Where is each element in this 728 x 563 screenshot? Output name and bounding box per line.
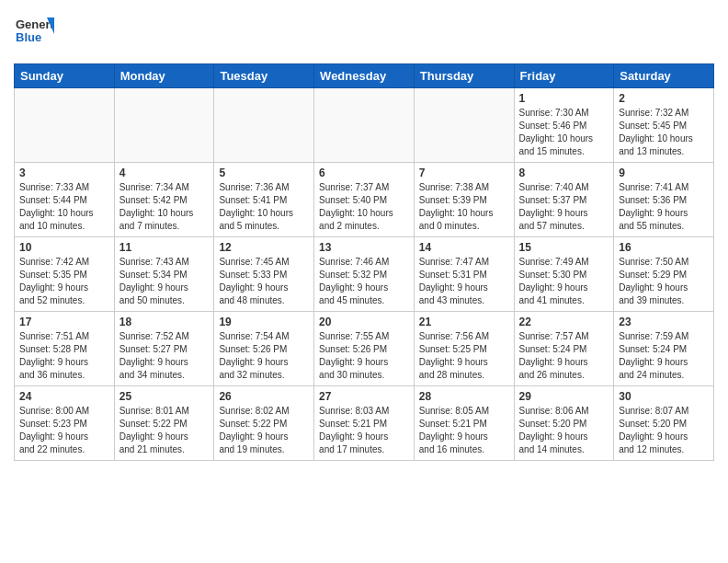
day-number: 13	[319, 241, 409, 254]
day-info: Sunrise: 7:59 AMSunset: 5:24 PMDaylight:…	[619, 330, 709, 382]
calendar-day: 9Sunrise: 7:41 AMSunset: 5:36 PMDaylight…	[614, 163, 714, 237]
svg-text:Blue: Blue	[16, 30, 41, 44]
day-info: Sunrise: 7:37 AMSunset: 5:40 PMDaylight:…	[319, 181, 409, 233]
calendar-week-3: 10Sunrise: 7:42 AMSunset: 5:35 PMDayligh…	[15, 237, 714, 312]
day-info: Sunrise: 7:40 AMSunset: 5:37 PMDaylight:…	[519, 181, 609, 233]
weekday-header-thursday: Thursday	[414, 64, 514, 88]
day-number: 28	[419, 390, 509, 403]
calendar-day: 22Sunrise: 7:57 AMSunset: 5:24 PMDayligh…	[514, 312, 614, 386]
day-number: 22	[519, 316, 609, 328]
calendar-day: 12Sunrise: 7:45 AMSunset: 5:33 PMDayligh…	[214, 237, 314, 312]
calendar-week-1: 1Sunrise: 7:30 AMSunset: 5:46 PMDaylight…	[15, 88, 714, 163]
day-number: 30	[619, 390, 709, 403]
day-info: Sunrise: 7:41 AMSunset: 5:36 PMDaylight:…	[619, 181, 709, 233]
calendar-day	[15, 88, 115, 163]
day-number: 18	[119, 316, 210, 328]
calendar-day	[414, 88, 514, 163]
calendar-day: 21Sunrise: 7:56 AMSunset: 5:25 PMDayligh…	[414, 312, 514, 386]
day-number: 21	[419, 316, 509, 328]
weekday-header-saturday: Saturday	[614, 64, 714, 88]
day-number: 14	[419, 241, 509, 254]
calendar-day: 30Sunrise: 8:07 AMSunset: 5:20 PMDayligh…	[614, 386, 714, 461]
day-info: Sunrise: 7:38 AMSunset: 5:39 PMDaylight:…	[419, 181, 509, 233]
day-number: 27	[319, 390, 409, 403]
day-number: 10	[19, 241, 109, 254]
day-info: Sunrise: 7:55 AMSunset: 5:26 PMDaylight:…	[319, 330, 409, 382]
calendar-day: 7Sunrise: 7:38 AMSunset: 5:39 PMDaylight…	[414, 163, 514, 237]
day-number: 26	[219, 390, 309, 403]
calendar-day: 16Sunrise: 7:50 AMSunset: 5:29 PMDayligh…	[614, 237, 714, 312]
weekday-header-monday: Monday	[114, 64, 214, 88]
weekday-header-sunday: Sunday	[15, 64, 115, 88]
day-number: 15	[519, 241, 609, 254]
day-number: 16	[619, 241, 709, 254]
calendar-day: 13Sunrise: 7:46 AMSunset: 5:32 PMDayligh…	[314, 237, 415, 312]
header: General Blue	[14, 9, 714, 54]
calendar-week-2: 3Sunrise: 7:33 AMSunset: 5:44 PMDaylight…	[15, 163, 714, 237]
calendar-day: 3Sunrise: 7:33 AMSunset: 5:44 PMDaylight…	[15, 163, 115, 237]
day-info: Sunrise: 7:42 AMSunset: 5:35 PMDaylight:…	[19, 256, 109, 307]
day-number: 25	[119, 390, 210, 403]
day-number: 7	[419, 167, 509, 179]
day-info: Sunrise: 7:54 AMSunset: 5:26 PMDaylight:…	[219, 330, 309, 382]
day-info: Sunrise: 7:57 AMSunset: 5:24 PMDaylight:…	[519, 330, 609, 382]
day-info: Sunrise: 7:47 AMSunset: 5:31 PMDaylight:…	[419, 256, 509, 307]
calendar-day	[314, 88, 415, 163]
day-info: Sunrise: 7:43 AMSunset: 5:34 PMDaylight:…	[119, 256, 210, 307]
logo: General Blue	[14, 14, 54, 54]
calendar-day	[214, 88, 314, 163]
calendar-body: 1Sunrise: 7:30 AMSunset: 5:46 PMDaylight…	[15, 88, 714, 461]
logo-svg: General Blue	[14, 14, 54, 54]
calendar-day: 27Sunrise: 8:03 AMSunset: 5:21 PMDayligh…	[314, 386, 415, 461]
calendar-day: 26Sunrise: 8:02 AMSunset: 5:22 PMDayligh…	[214, 386, 314, 461]
day-info: Sunrise: 7:34 AMSunset: 5:42 PMDaylight:…	[119, 181, 210, 233]
calendar-day: 2Sunrise: 7:32 AMSunset: 5:45 PMDaylight…	[614, 88, 714, 163]
calendar-header: SundayMondayTuesdayWednesdayThursdayFrid…	[15, 64, 714, 88]
weekday-header-friday: Friday	[514, 64, 614, 88]
calendar-day: 19Sunrise: 7:54 AMSunset: 5:26 PMDayligh…	[214, 312, 314, 386]
day-info: Sunrise: 8:00 AMSunset: 5:23 PMDaylight:…	[19, 405, 109, 456]
day-info: Sunrise: 8:01 AMSunset: 5:22 PMDaylight:…	[119, 405, 210, 456]
day-number: 11	[119, 241, 210, 254]
day-info: Sunrise: 7:56 AMSunset: 5:25 PMDaylight:…	[419, 330, 509, 382]
calendar-day: 28Sunrise: 8:05 AMSunset: 5:21 PMDayligh…	[414, 386, 514, 461]
day-number: 17	[19, 316, 109, 328]
day-number: 23	[619, 316, 709, 328]
page: General Blue SundayMondayTuesdayWednesda…	[0, 0, 728, 475]
day-info: Sunrise: 8:02 AMSunset: 5:22 PMDaylight:…	[219, 405, 309, 456]
day-info: Sunrise: 7:51 AMSunset: 5:28 PMDaylight:…	[19, 330, 109, 382]
calendar-day	[114, 88, 214, 163]
weekday-row: SundayMondayTuesdayWednesdayThursdayFrid…	[15, 64, 714, 88]
day-info: Sunrise: 7:52 AMSunset: 5:27 PMDaylight:…	[119, 330, 210, 382]
day-number: 29	[519, 390, 609, 403]
calendar-day: 14Sunrise: 7:47 AMSunset: 5:31 PMDayligh…	[414, 237, 514, 312]
day-info: Sunrise: 8:07 AMSunset: 5:20 PMDaylight:…	[619, 405, 709, 456]
day-info: Sunrise: 8:06 AMSunset: 5:20 PMDaylight:…	[519, 405, 609, 456]
calendar-day: 25Sunrise: 8:01 AMSunset: 5:22 PMDayligh…	[114, 386, 214, 461]
day-number: 1	[519, 92, 609, 105]
calendar-day: 6Sunrise: 7:37 AMSunset: 5:40 PMDaylight…	[314, 163, 415, 237]
calendar-day: 5Sunrise: 7:36 AMSunset: 5:41 PMDaylight…	[214, 163, 314, 237]
day-info: Sunrise: 7:46 AMSunset: 5:32 PMDaylight:…	[319, 256, 409, 307]
day-info: Sunrise: 8:03 AMSunset: 5:21 PMDaylight:…	[319, 405, 409, 456]
calendar: SundayMondayTuesdayWednesdayThursdayFrid…	[14, 63, 714, 461]
day-info: Sunrise: 7:32 AMSunset: 5:45 PMDaylight:…	[619, 107, 709, 158]
calendar-day: 1Sunrise: 7:30 AMSunset: 5:46 PMDaylight…	[514, 88, 614, 163]
day-number: 5	[219, 167, 309, 179]
day-info: Sunrise: 7:33 AMSunset: 5:44 PMDaylight:…	[19, 181, 109, 233]
day-number: 2	[619, 92, 709, 105]
calendar-day: 29Sunrise: 8:06 AMSunset: 5:20 PMDayligh…	[514, 386, 614, 461]
calendar-day: 11Sunrise: 7:43 AMSunset: 5:34 PMDayligh…	[114, 237, 214, 312]
calendar-day: 24Sunrise: 8:00 AMSunset: 5:23 PMDayligh…	[15, 386, 115, 461]
calendar-day: 18Sunrise: 7:52 AMSunset: 5:27 PMDayligh…	[114, 312, 214, 386]
day-info: Sunrise: 7:30 AMSunset: 5:46 PMDaylight:…	[519, 107, 609, 158]
day-info: Sunrise: 7:49 AMSunset: 5:30 PMDaylight:…	[519, 256, 609, 307]
calendar-week-5: 24Sunrise: 8:00 AMSunset: 5:23 PMDayligh…	[15, 386, 714, 461]
calendar-day: 23Sunrise: 7:59 AMSunset: 5:24 PMDayligh…	[614, 312, 714, 386]
calendar-day: 15Sunrise: 7:49 AMSunset: 5:30 PMDayligh…	[514, 237, 614, 312]
calendar-day: 8Sunrise: 7:40 AMSunset: 5:37 PMDaylight…	[514, 163, 614, 237]
day-number: 24	[19, 390, 109, 403]
day-info: Sunrise: 7:50 AMSunset: 5:29 PMDaylight:…	[619, 256, 709, 307]
day-number: 12	[219, 241, 309, 254]
day-number: 8	[519, 167, 609, 179]
